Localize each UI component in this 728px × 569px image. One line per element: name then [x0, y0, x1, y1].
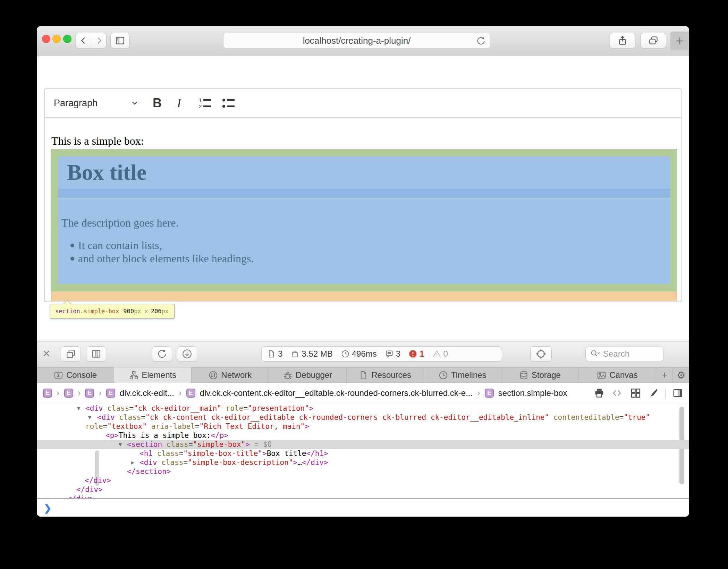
dom-tree-row[interactable]: </div>	[37, 476, 689, 485]
dom-tree-row[interactable]: </div>	[37, 494, 689, 498]
disclosure-triangle-icon[interactable]: ▼	[119, 440, 122, 449]
badge-clock[interactable]: 496ms	[341, 349, 377, 359]
detach-inspector-button[interactable]	[61, 346, 81, 362]
paragraph-dropdown-chevron[interactable]	[130, 89, 139, 117]
breadcrumb-item[interactable]: section.simple-box	[498, 388, 567, 398]
bulleted-list-button[interactable]	[221, 89, 236, 117]
code-segment: </div>	[302, 458, 328, 467]
dom-tree-row[interactable]: <p>This is a simple box:</p>	[37, 431, 689, 440]
dom-tree-row[interactable]: </section>	[37, 467, 689, 476]
paragraph-dropdown[interactable]: Paragraph	[54, 89, 98, 117]
description-paragraph[interactable]: The description goes here.	[61, 216, 670, 229]
share-button[interactable]	[610, 33, 635, 48]
new-tab-button[interactable]	[670, 32, 689, 50]
dom-tree-row[interactable]: ▼<div class="ck ck-content ck-editor__ed…	[37, 413, 689, 422]
print-dom-icon[interactable]	[594, 388, 605, 399]
element-badge-icon[interactable]: E	[43, 389, 52, 398]
breadcrumb-separator-icon: ›	[477, 388, 480, 398]
console-prompt-row[interactable]: ❯	[37, 498, 689, 517]
tab-debugger[interactable]: Debugger	[269, 367, 346, 383]
italic-button[interactable]: I	[177, 89, 181, 117]
reload-button[interactable]	[476, 36, 486, 46]
tab-elements[interactable]: Elements	[114, 367, 192, 383]
show-tabs-button[interactable]	[641, 33, 666, 48]
weight-icon	[291, 350, 299, 358]
dom-tree-row[interactable]: ▼<div class="ck ck-editor__main" role="p…	[37, 404, 689, 413]
dom-tree-row[interactable]: role="textbox" aria-label="Rich Text Edi…	[37, 422, 689, 431]
zoom-window-button[interactable]	[63, 35, 71, 43]
badge-error[interactable]: 1	[409, 349, 424, 359]
dock-side-button[interactable]	[86, 346, 106, 362]
dom-tree-row[interactable]: ▼<section class="simple-box"> = $0	[37, 440, 689, 449]
tab-storage[interactable]: Storage	[501, 367, 579, 383]
add-tab-button[interactable]: +	[656, 367, 673, 383]
editor-content[interactable]: This is a simple box: Box title The desc…	[45, 118, 681, 301]
description-list-item[interactable]: It can contain lists,	[78, 239, 670, 252]
inspector-search-input[interactable]: Search	[585, 347, 664, 361]
element-picker-button[interactable]	[530, 346, 552, 362]
network-icon	[209, 371, 218, 380]
bold-icon: B	[153, 96, 162, 110]
show-source-icon[interactable]	[612, 388, 624, 398]
close-inspector-button[interactable]: ✕	[42, 348, 50, 359]
settings-gear-button[interactable]: ⚙	[673, 367, 689, 383]
minimize-window-button[interactable]	[52, 35, 61, 43]
forward-button[interactable]	[91, 33, 107, 48]
disclosure-triangle-icon[interactable]: ▼	[77, 404, 80, 413]
reload-icon	[476, 36, 486, 46]
code-segment: = $0	[250, 440, 272, 449]
bold-button[interactable]: B	[153, 89, 162, 117]
dom-tree-row[interactable]: </div>	[37, 485, 689, 494]
code-segment: "simple-box-title"	[183, 449, 262, 458]
crosshair-icon	[535, 348, 547, 359]
element-badge-icon[interactable]: E	[485, 389, 494, 398]
box-title-heading[interactable]: Box title	[67, 160, 146, 185]
dom-tree-row[interactable]: ▶<div class="simple-box-description">…</…	[37, 458, 689, 467]
element-badge-icon[interactable]: E	[64, 389, 73, 398]
address-bar[interactable]: localhost/creating-a-plugin/	[223, 33, 490, 48]
code-segment: >	[293, 458, 298, 467]
forward-chevron-icon	[94, 36, 103, 45]
details-sidebar-icon[interactable]	[672, 388, 683, 398]
console-prompt-icon[interactable]: ❯	[44, 503, 52, 514]
breadcrumb-item[interactable]: div.ck.ck-edit...	[120, 388, 174, 398]
disclosure-triangle-icon[interactable]: ▼	[88, 413, 91, 422]
back-button[interactable]	[76, 33, 91, 48]
numbered-list-button[interactable]: 12	[198, 89, 212, 117]
badge-weight[interactable]: 3.52 MB	[291, 349, 332, 359]
badge-document[interactable]: 3	[267, 349, 282, 359]
highlight-padding-overlay: Box title The description goes here. It …	[51, 149, 677, 291]
badge-message[interactable]: 3	[385, 349, 400, 359]
dom-tree-row[interactable]: <h1 class="simple-box-title">Box title</…	[37, 449, 689, 458]
code-segment: =	[619, 413, 624, 422]
tab-resources[interactable]: Resources	[347, 367, 424, 383]
tab-canvas[interactable]: Canvas	[579, 367, 656, 383]
simple-box-description-zone[interactable]: The description goes here. It can contai…	[58, 198, 670, 265]
intro-paragraph[interactable]: This is a simple box:	[51, 134, 144, 148]
download-page-button[interactable]	[177, 346, 197, 362]
tab-timelines[interactable]: Timelines	[424, 367, 501, 383]
code-segment: <section	[127, 440, 167, 449]
inspector-reload-button[interactable]	[152, 346, 172, 362]
sidebar-button[interactable]	[110, 33, 130, 48]
description-list[interactable]: It can contain lists,and other block ele…	[61, 239, 670, 265]
styles-paintbrush-icon[interactable]	[648, 388, 658, 398]
badge-warning[interactable]: 0	[433, 349, 448, 359]
sidebar-icon	[115, 35, 125, 46]
breadcrumb-item[interactable]: div.ck.ck-content.ck-editor__editable.ck…	[200, 388, 473, 398]
description-list-item[interactable]: and other block elements like headings.	[78, 252, 670, 265]
layout-grid-icon[interactable]	[630, 388, 641, 398]
tab-console[interactable]: Console	[37, 367, 114, 383]
close-window-button[interactable]	[42, 35, 50, 43]
simple-box-title-zone[interactable]: Box title	[58, 156, 670, 189]
breadcrumb-separator-icon: ›	[179, 388, 182, 398]
badge-value: 3.52 MB	[302, 349, 332, 359]
code-segment: class	[161, 458, 183, 467]
element-badge-icon[interactable]: E	[186, 389, 195, 398]
disclosure-triangle-icon[interactable]: ▶	[131, 458, 134, 467]
web-page: Paragraph B I 12 This is a	[37, 56, 689, 341]
element-badge-icon[interactable]: E	[106, 389, 115, 398]
tab-network[interactable]: Network	[192, 367, 269, 383]
code-segment: =	[195, 422, 200, 431]
element-badge-icon[interactable]: E	[85, 389, 94, 398]
